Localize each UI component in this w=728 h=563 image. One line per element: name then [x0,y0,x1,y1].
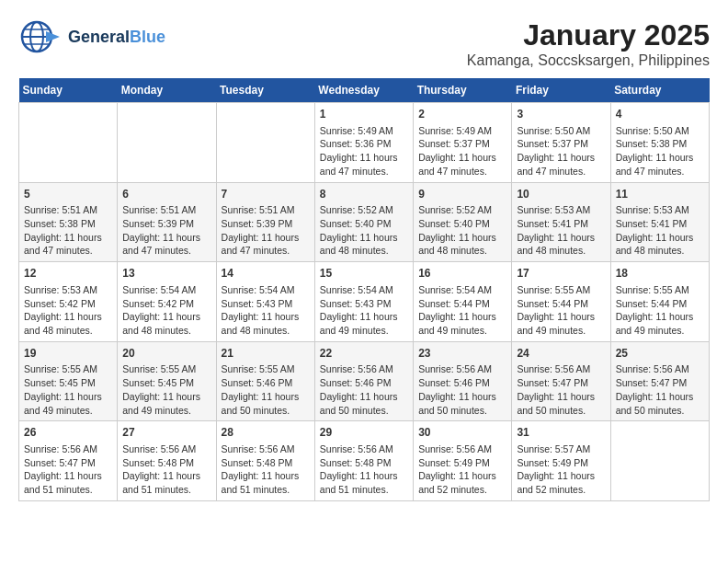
day-info: Sunrise: 5:54 AMSunset: 5:43 PMDaylight:… [222,283,310,338]
day-number: 8 [320,187,408,202]
table-cell: 6Sunrise: 5:51 AMSunset: 5:39 PMDaylight… [118,182,216,262]
day-number: 4 [616,107,704,122]
day-info: Sunrise: 5:53 AMSunset: 5:41 PMDaylight:… [616,203,704,258]
day-info: Sunrise: 5:55 AMSunset: 5:45 PMDaylight:… [24,362,112,417]
table-cell: 25Sunrise: 5:56 AMSunset: 5:47 PMDayligh… [610,341,709,421]
day-number: 2 [418,107,506,122]
day-number: 20 [122,346,210,362]
header-thursday: Thursday [414,78,512,103]
day-info: Sunrise: 5:52 AMSunset: 5:40 PMDaylight:… [418,203,506,258]
day-info: Sunrise: 5:56 AMSunset: 5:48 PMDaylight:… [320,442,408,497]
table-cell: 5Sunrise: 5:51 AMSunset: 5:38 PMDaylight… [19,182,118,262]
week-row-4: 19Sunrise: 5:55 AMSunset: 5:45 PMDayligh… [19,341,710,421]
day-info: Sunrise: 5:56 AMSunset: 5:48 PMDaylight:… [122,442,210,497]
day-info: Sunrise: 5:56 AMSunset: 5:47 PMDaylight:… [616,362,704,417]
day-number: 31 [517,425,605,441]
day-info: Sunrise: 5:53 AMSunset: 5:42 PMDaylight:… [24,283,112,338]
header-friday: Friday [512,78,610,103]
header-wednesday: Wednesday [314,78,413,103]
table-cell: 22Sunrise: 5:56 AMSunset: 5:46 PMDayligh… [314,341,413,421]
day-number: 1 [320,107,408,122]
week-row-5: 26Sunrise: 5:56 AMSunset: 5:47 PMDayligh… [19,421,710,501]
day-number: 30 [418,425,506,441]
table-cell: 28Sunrise: 5:56 AMSunset: 5:48 PMDayligh… [216,421,314,501]
table-cell: 27Sunrise: 5:56 AMSunset: 5:48 PMDayligh… [118,421,216,501]
table-cell: 10Sunrise: 5:53 AMSunset: 5:41 PMDayligh… [512,182,610,262]
day-number: 23 [418,346,506,362]
table-cell: 2Sunrise: 5:49 AMSunset: 5:37 PMDaylight… [414,103,512,183]
table-cell [118,103,216,183]
day-info: Sunrise: 5:56 AMSunset: 5:47 PMDaylight:… [24,442,112,497]
table-cell: 17Sunrise: 5:55 AMSunset: 5:44 PMDayligh… [512,262,610,342]
table-cell: 9Sunrise: 5:52 AMSunset: 5:40 PMDaylight… [414,182,512,262]
table-cell: 13Sunrise: 5:54 AMSunset: 5:42 PMDayligh… [118,262,216,342]
day-number: 19 [24,346,112,362]
day-info: Sunrise: 5:51 AMSunset: 5:39 PMDaylight:… [222,203,310,258]
day-info: Sunrise: 5:51 AMSunset: 5:39 PMDaylight:… [122,203,210,258]
day-number: 24 [517,346,605,362]
header-sunday: Sunday [19,78,118,103]
table-cell: 23Sunrise: 5:56 AMSunset: 5:46 PMDayligh… [414,341,512,421]
day-info: Sunrise: 5:56 AMSunset: 5:48 PMDaylight:… [222,442,310,497]
day-number: 21 [222,346,310,362]
week-row-3: 12Sunrise: 5:53 AMSunset: 5:42 PMDayligh… [19,262,710,342]
table-cell [216,103,314,183]
table-cell: 15Sunrise: 5:54 AMSunset: 5:43 PMDayligh… [314,262,413,342]
week-row-2: 5Sunrise: 5:51 AMSunset: 5:38 PMDaylight… [19,182,710,262]
day-info: Sunrise: 5:55 AMSunset: 5:45 PMDaylight:… [122,362,210,417]
day-info: Sunrise: 5:50 AMSunset: 5:38 PMDaylight:… [616,124,704,178]
day-number: 7 [222,187,310,202]
table-cell: 11Sunrise: 5:53 AMSunset: 5:41 PMDayligh… [610,182,709,262]
table-cell: 8Sunrise: 5:52 AMSunset: 5:40 PMDaylight… [314,182,413,262]
day-info: Sunrise: 5:56 AMSunset: 5:49 PMDaylight:… [418,442,506,497]
day-number: 27 [122,425,210,441]
day-number: 29 [320,425,408,441]
day-info: Sunrise: 5:55 AMSunset: 5:44 PMDaylight:… [616,283,704,338]
logo: GeneralBlue [18,18,165,55]
day-number: 25 [616,346,704,362]
day-number: 12 [24,266,112,282]
day-info: Sunrise: 5:52 AMSunset: 5:40 PMDaylight:… [320,203,408,258]
day-number: 28 [222,425,310,441]
svg-marker-5 [46,31,60,42]
calendar-subtitle: Kamanga, Soccsksargen, Philippines [467,52,710,69]
day-number: 14 [222,266,310,282]
table-cell: 3Sunrise: 5:50 AMSunset: 5:37 PMDaylight… [512,103,610,183]
day-info: Sunrise: 5:54 AMSunset: 5:44 PMDaylight:… [418,283,506,338]
table-cell: 4Sunrise: 5:50 AMSunset: 5:38 PMDaylight… [610,103,709,183]
header-saturday: Saturday [610,78,709,103]
header-monday: Monday [118,78,216,103]
table-cell: 26Sunrise: 5:56 AMSunset: 5:47 PMDayligh… [19,421,118,501]
table-cell: 12Sunrise: 5:53 AMSunset: 5:42 PMDayligh… [19,262,118,342]
page-header: GeneralBlue January 2025 Kamanga, Soccsk… [18,18,710,69]
table-cell: 21Sunrise: 5:55 AMSunset: 5:46 PMDayligh… [216,341,314,421]
table-cell: 16Sunrise: 5:54 AMSunset: 5:44 PMDayligh… [414,262,512,342]
table-cell [610,421,709,501]
day-number: 26 [24,425,112,441]
day-info: Sunrise: 5:55 AMSunset: 5:44 PMDaylight:… [517,283,605,338]
day-info: Sunrise: 5:56 AMSunset: 5:46 PMDaylight:… [320,362,408,417]
day-number: 10 [517,187,605,202]
table-cell [19,103,118,183]
table-cell: 20Sunrise: 5:55 AMSunset: 5:45 PMDayligh… [118,341,216,421]
day-number: 17 [517,266,605,282]
table-cell: 31Sunrise: 5:57 AMSunset: 5:49 PMDayligh… [512,421,610,501]
day-info: Sunrise: 5:55 AMSunset: 5:46 PMDaylight:… [222,362,310,417]
table-cell: 18Sunrise: 5:55 AMSunset: 5:44 PMDayligh… [610,262,709,342]
table-cell: 24Sunrise: 5:56 AMSunset: 5:47 PMDayligh… [512,341,610,421]
day-number: 3 [517,107,605,122]
table-cell: 29Sunrise: 5:56 AMSunset: 5:48 PMDayligh… [314,421,413,501]
day-number: 15 [320,266,408,282]
day-number: 18 [616,266,704,282]
day-number: 6 [122,187,210,202]
header-tuesday: Tuesday [216,78,314,103]
day-number: 11 [616,187,704,202]
logo-icon [18,18,63,55]
week-row-1: 1Sunrise: 5:49 AMSunset: 5:36 PMDaylight… [19,103,710,183]
logo-text: GeneralBlue [68,28,165,47]
day-info: Sunrise: 5:54 AMSunset: 5:43 PMDaylight:… [320,283,408,338]
day-info: Sunrise: 5:53 AMSunset: 5:41 PMDaylight:… [517,203,605,258]
header-row: SundayMondayTuesdayWednesdayThursdayFrid… [19,78,710,103]
day-info: Sunrise: 5:49 AMSunset: 5:36 PMDaylight:… [320,124,408,178]
table-cell: 1Sunrise: 5:49 AMSunset: 5:36 PMDaylight… [314,103,413,183]
